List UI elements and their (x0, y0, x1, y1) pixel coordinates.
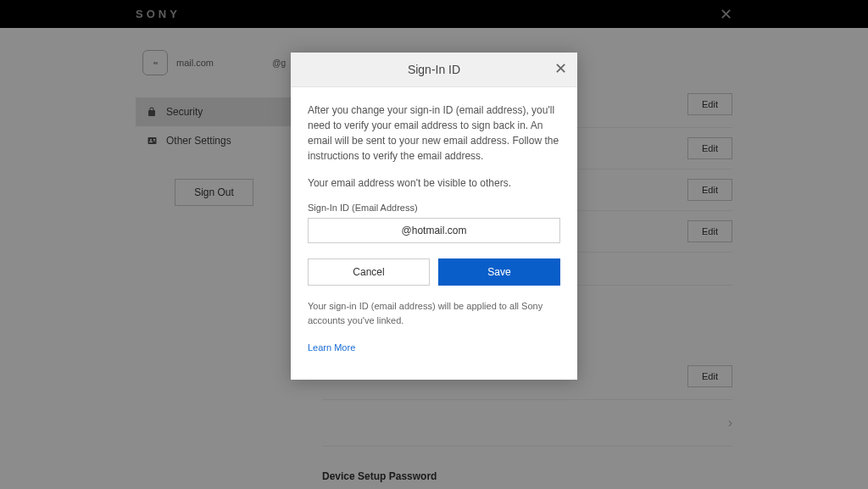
modal-overlay: Sign-In ID ✕ After you change your sign-… (0, 0, 868, 489)
dialog-title: Sign-In ID (408, 63, 460, 76)
dialog-footnote: Your sign-in ID (email address) will be … (308, 299, 560, 327)
signin-id-dialog: Sign-In ID ✕ After you change your sign-… (291, 53, 577, 380)
dialog-description-1: After you change your sign-in ID (email … (308, 103, 560, 164)
cancel-button[interactable]: Cancel (308, 258, 430, 286)
signin-id-input[interactable] (308, 218, 560, 243)
dialog-close-button[interactable]: ✕ (554, 61, 567, 76)
dialog-description-2: Your email address won't be visible to o… (308, 175, 560, 191)
close-icon: ✕ (554, 60, 567, 77)
save-button[interactable]: Save (438, 258, 560, 286)
signin-id-field-label: Sign-In ID (Email Address) (308, 203, 560, 213)
learn-more-link[interactable]: Learn More (308, 342, 355, 353)
dialog-body: After you change your sign-in ID (email … (291, 87, 577, 380)
dialog-header: Sign-In ID ✕ (291, 53, 577, 87)
